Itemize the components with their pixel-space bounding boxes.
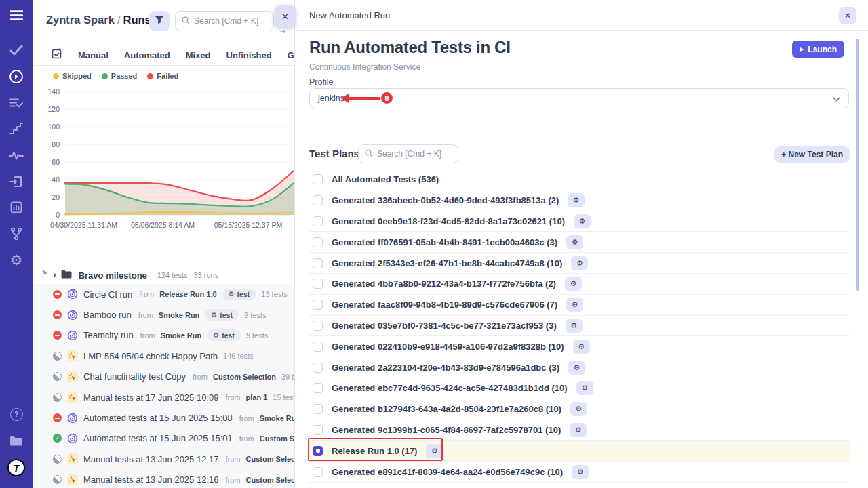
close-dialog-button[interactable]: ✕ (839, 7, 856, 24)
test-plan-row[interactable]: Generated 035e7bf0-7381-4c5c-be77-321e73… (309, 316, 850, 337)
test-plan-row[interactable]: Generated 2a223104-f20e-4b43-83d9-e78459… (309, 357, 850, 378)
plan-checkbox[interactable] (313, 174, 323, 184)
launch-button[interactable]: ▶ Launch (792, 41, 844, 58)
run-row[interactable]: LMP-554 05/04 check Happy Path146 tests (33, 346, 294, 366)
plan-settings-button[interactable]: ⚙ (572, 465, 589, 479)
steps-icon[interactable] (7, 119, 26, 138)
plan-checkbox[interactable] (313, 446, 323, 456)
chevron-right-icon[interactable]: › (53, 270, 56, 279)
test-plan-row[interactable]: Generated 4bb7a8b0-9212-43a4-b137-f772fe… (309, 274, 850, 295)
plan-settings-button[interactable]: ⚙ (576, 381, 593, 395)
help-icon[interactable]: ? (7, 405, 26, 424)
branch-icon[interactable] (7, 224, 26, 243)
run-row[interactable]: Manual tests at 13 Jun 2025 12:16fromCus… (33, 470, 294, 488)
run-row[interactable]: Manual tests at 13 Jun 2025 12:17fromCus… (33, 449, 294, 469)
plan-checkbox[interactable] (313, 363, 323, 373)
plan-settings-button[interactable]: ⚙ (570, 402, 587, 416)
pulse-icon[interactable] (7, 146, 26, 165)
search-input[interactable] (194, 16, 267, 26)
plan-settings-button[interactable]: ⚙ (568, 361, 585, 375)
test-plan-row[interactable]: Generated 9c1399b1-c065-4f84-8697-7af2c5… (309, 420, 850, 441)
run-row[interactable]: Automated tests at 15 Jun 2025 15:01from… (33, 428, 294, 449)
tab-manual[interactable]: Manual (78, 50, 108, 60)
settings-gear-icon[interactable]: ⚙ (7, 250, 26, 269)
plan-checkbox[interactable] (313, 300, 323, 310)
test-plan-row[interactable]: Release Run 1.0 (17)⚙ (309, 441, 850, 462)
tab-mixed[interactable]: Mixed (186, 50, 211, 60)
breadcrumb-page: Runs (123, 14, 151, 26)
run-row[interactable]: Circle CI runfromRelease Run 1.0⚙test13 … (33, 284, 294, 304)
plan-settings-button[interactable]: ⚙ (571, 256, 588, 270)
run-row[interactable]: Chat functinality test CopyfromCustom Se… (33, 367, 294, 387)
plan-settings-button[interactable]: ⚙ (426, 444, 443, 458)
run-row[interactable]: Manual tests at 17 Jun 2025 10:09frompla… (33, 387, 294, 407)
list-check-icon[interactable] (7, 94, 26, 113)
select-all-icon[interactable] (52, 48, 62, 62)
plan-checkbox[interactable] (313, 342, 323, 352)
plan-settings-button[interactable]: ⚙ (573, 340, 590, 354)
plan-settings-button[interactable]: ⚙ (574, 214, 591, 228)
plan-settings-button[interactable]: ⚙ (565, 277, 582, 291)
test-plan-row[interactable]: All Automated Tests (536) (309, 169, 850, 190)
menu-icon[interactable] (7, 5, 26, 24)
page-subtitle: Continuous Integration Service (309, 62, 420, 72)
tab-groups[interactable]: Groups (288, 50, 294, 60)
profile-value: jenkins (318, 94, 344, 103)
plan-settings-button[interactable]: ⚙ (568, 193, 585, 207)
tab-automated[interactable]: Automated (124, 50, 170, 60)
test-plan-row[interactable]: Generated ebc77c4d-9635-424c-ac5e-427483… (309, 378, 850, 399)
run-tag-pill[interactable]: ⚙test (207, 329, 241, 341)
search-icon (182, 15, 190, 27)
run-tag-pill[interactable]: ⚙test (222, 289, 256, 300)
plan-checkbox[interactable] (313, 383, 323, 393)
test-plan-row[interactable]: Generated e891c41f-8039-4e64-aa24-e0d56e… (309, 462, 850, 483)
plan-settings-button[interactable]: ⚙ (566, 319, 583, 333)
plan-checkbox[interactable] (313, 216, 323, 226)
test-plan-row[interactable]: Generated 336abecb-0b52-4d60-9ded-493f3f… (309, 190, 850, 211)
milestone-row[interactable]: › Bravo milestone 124 tests 33 runs (33, 266, 294, 284)
run-row[interactable]: Bamboo runfromSmoke Run⚙test9 tests (33, 304, 294, 325)
plan-checkbox[interactable] (313, 279, 323, 289)
test-plans-search[interactable] (358, 144, 458, 163)
import-icon[interactable] (7, 172, 26, 191)
plan-checkbox[interactable] (313, 467, 323, 477)
breadcrumb-project[interactable]: Zyntra Spark (46, 14, 115, 26)
run-from-value: Custom Selection (213, 373, 276, 381)
test-plan-row[interactable]: Generated 022410b9-e918-4459-a106-97d2a9… (309, 336, 850, 357)
manual-run-icon (67, 371, 78, 382)
scrollbar-thumb[interactable] (856, 39, 859, 291)
run-tag-pill[interactable]: ⚙test (205, 309, 239, 321)
check-icon[interactable] (7, 41, 26, 60)
plan-checkbox[interactable] (313, 321, 323, 331)
runs-tabs: ManualAutomatedMixedUnfinishedGroups (33, 45, 294, 66)
plan-settings-button[interactable]: ⚙ (566, 298, 583, 312)
close-panel-button[interactable]: ✕ (275, 5, 296, 27)
plan-checkbox[interactable] (313, 237, 323, 247)
test-plan-row[interactable]: Generated 2f5343e3-ef26-47b1-be8b-44cabc… (309, 253, 850, 274)
test-plan-row[interactable]: Generated faac8f09-94b8-4b19-89d9-c576cd… (309, 295, 850, 316)
automated-run-icon (67, 310, 78, 321)
test-plan-row[interactable]: Generated 0eeb9e18-f23d-4cd5-82dd-8a1a73… (309, 211, 850, 232)
runs-play-icon[interactable] (7, 67, 26, 86)
test-plan-row[interactable]: Generated b12794f3-643a-4a2d-8504-23f1e7… (309, 399, 850, 420)
test-plan-row[interactable]: Generated ff076591-05ab-4b4b-8491-1ecb00… (309, 232, 850, 253)
tab-unfinished[interactable]: Unfinished (226, 50, 272, 60)
filter-button[interactable] (149, 11, 170, 31)
runs-search[interactable] (175, 11, 274, 31)
run-row[interactable]: Automated tests at 15 Jun 2025 15:08from… (33, 407, 294, 428)
plan-settings-button[interactable]: ⚙ (566, 235, 583, 249)
plan-settings-button[interactable]: ⚙ (570, 423, 587, 437)
app-logo[interactable]: T (7, 458, 26, 477)
projects-folder-icon[interactable] (7, 431, 26, 450)
test-plans-search-input[interactable] (377, 149, 452, 159)
pin-icon (41, 269, 48, 281)
run-row[interactable]: Teamcity runfromSmoke Run⚙test9 tests (33, 325, 294, 346)
new-test-plan-button[interactable]: + New Test Plan (774, 146, 850, 163)
plan-checkbox[interactable] (313, 195, 323, 205)
plan-label: Release Run 1.0 (17) (332, 446, 417, 456)
plan-checkbox[interactable] (313, 425, 323, 435)
run-from-label: from (193, 373, 208, 381)
plan-checkbox[interactable] (313, 258, 323, 268)
report-chart-icon[interactable] (7, 198, 26, 217)
plan-checkbox[interactable] (313, 404, 323, 414)
